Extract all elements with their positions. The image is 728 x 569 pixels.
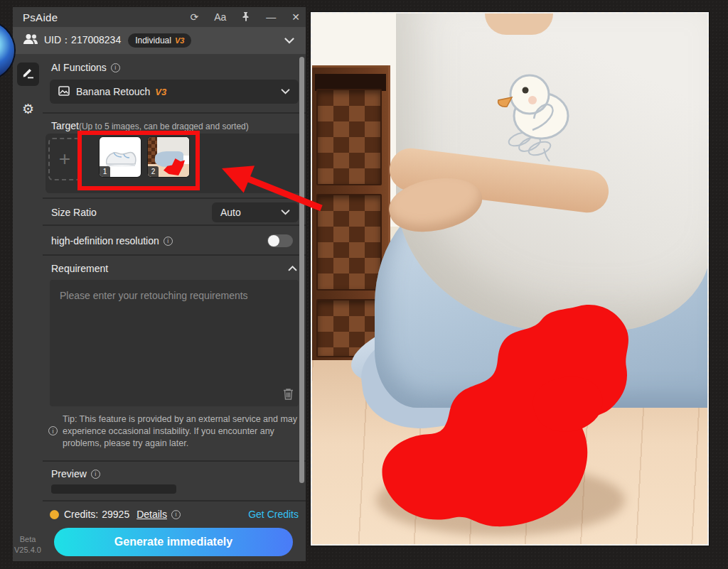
info-icon[interactable]: i bbox=[111, 63, 120, 72]
size-ratio-value: Auto bbox=[220, 207, 241, 218]
refresh-icon[interactable]: ⟳ bbox=[190, 12, 198, 22]
thumbnail-index-badge: 2 bbox=[148, 166, 159, 177]
hd-resolution-label: high-definition resolution bbox=[51, 235, 159, 246]
pin-icon[interactable] bbox=[242, 11, 250, 23]
red-mask-scribble bbox=[312, 13, 709, 546]
service-tip: Tip: This feature is provided by an exte… bbox=[63, 413, 301, 450]
target-label: Target bbox=[51, 120, 79, 131]
credits-label: Credits: bbox=[64, 509, 98, 520]
footer-section: Credits: 29925 Details i Get Credits Gen… bbox=[43, 500, 306, 561]
edit-tool-button[interactable] bbox=[17, 63, 39, 86]
hd-resolution-toggle[interactable] bbox=[267, 234, 293, 247]
size-ratio-label: Size Ratio bbox=[51, 207, 97, 218]
trash-icon[interactable] bbox=[283, 388, 294, 403]
app-stage: PsAide ⟳ Aa — ✕ UID：217008234 Individual… bbox=[0, 0, 728, 569]
credits-coin-icon bbox=[50, 510, 59, 519]
target-hint: (Up to 5 images, can be dragged and sort… bbox=[79, 121, 249, 131]
settings-tool-button[interactable]: ⚙ bbox=[17, 98, 39, 120]
target-section: Target(Up to 5 images, can be dragged an… bbox=[43, 112, 306, 197]
plan-version: V3 bbox=[175, 36, 184, 45]
target-thumbnail-1[interactable]: 1 bbox=[100, 137, 141, 177]
toggle-knob bbox=[268, 235, 279, 246]
generate-button[interactable]: Generate immediately bbox=[54, 528, 293, 556]
panel-titlebar[interactable]: PsAide ⟳ Aa — ✕ bbox=[13, 7, 306, 27]
image-icon bbox=[58, 86, 70, 98]
chevron-down-icon[interactable] bbox=[284, 38, 294, 44]
add-image-button[interactable]: + bbox=[48, 138, 81, 180]
psaide-logo[interactable] bbox=[0, 21, 14, 80]
function-name: Banana Retouch bbox=[76, 86, 150, 97]
requirement-section: Requirement i Tip: This feature is provi… bbox=[43, 254, 306, 460]
preview-section: Preview i bbox=[43, 460, 306, 500]
preview-label: Preview bbox=[51, 468, 87, 479]
function-select[interactable]: Banana Retouch V3 bbox=[50, 80, 299, 104]
credits-details-link[interactable]: Details bbox=[136, 509, 167, 520]
psaide-panel: PsAide ⟳ Aa — ✕ UID：217008234 Individual… bbox=[13, 7, 306, 561]
function-version: V3 bbox=[155, 87, 166, 97]
chevron-down-icon bbox=[281, 89, 290, 94]
info-icon[interactable]: i bbox=[164, 237, 173, 246]
account-row[interactable]: UID：217008234 Individual V3 bbox=[13, 27, 306, 54]
document-canvas[interactable] bbox=[311, 12, 709, 546]
chevron-up-icon[interactable] bbox=[288, 266, 297, 271]
size-ratio-select[interactable]: Auto bbox=[212, 202, 299, 222]
target-thumbnail-2[interactable]: 2 bbox=[148, 137, 189, 177]
requirement-label: Requirement bbox=[51, 263, 108, 274]
plan-name: Individual bbox=[135, 36, 171, 45]
plan-badge: Individual V3 bbox=[128, 33, 191, 48]
minimize-icon[interactable]: — bbox=[266, 12, 276, 22]
ai-functions-label: AI Functions bbox=[51, 62, 107, 73]
info-icon[interactable]: i bbox=[171, 510, 181, 519]
get-credits-link[interactable]: Get Credits bbox=[248, 509, 299, 520]
target-thumbnail-strip: + 1 bbox=[46, 134, 303, 193]
preview-progress-track[interactable] bbox=[51, 484, 176, 494]
panel-content: AI Functions i Banana Retouch V3 bbox=[43, 54, 306, 561]
panel-scrollbar[interactable] bbox=[299, 57, 304, 483]
users-icon bbox=[23, 33, 38, 48]
plus-icon: + bbox=[59, 148, 70, 170]
close-icon[interactable]: ✕ bbox=[291, 12, 300, 22]
tool-rail: ⚙ Beta V25.4.0 bbox=[13, 54, 43, 561]
beta-version: Beta V25.4.0 bbox=[13, 534, 43, 556]
ai-functions-section: AI Functions i Banana Retouch V3 bbox=[43, 54, 306, 112]
panel-title: PsAide bbox=[23, 11, 58, 23]
requirement-input[interactable] bbox=[50, 280, 299, 406]
info-icon[interactable]: i bbox=[91, 470, 100, 479]
pencil-icon bbox=[22, 67, 34, 82]
thumbnail-index-badge: 1 bbox=[100, 166, 110, 177]
info-icon: i bbox=[48, 426, 58, 435]
size-ratio-section: Size Ratio Auto bbox=[43, 197, 306, 224]
credits-value: 29925 bbox=[102, 509, 129, 520]
uid-value: UID：217008234 bbox=[44, 34, 121, 47]
chevron-down-icon bbox=[281, 210, 290, 215]
text-size-icon[interactable]: Aa bbox=[214, 12, 226, 22]
gear-icon: ⚙ bbox=[22, 101, 34, 117]
hd-resolution-section: high-definition resolution i bbox=[43, 224, 306, 254]
